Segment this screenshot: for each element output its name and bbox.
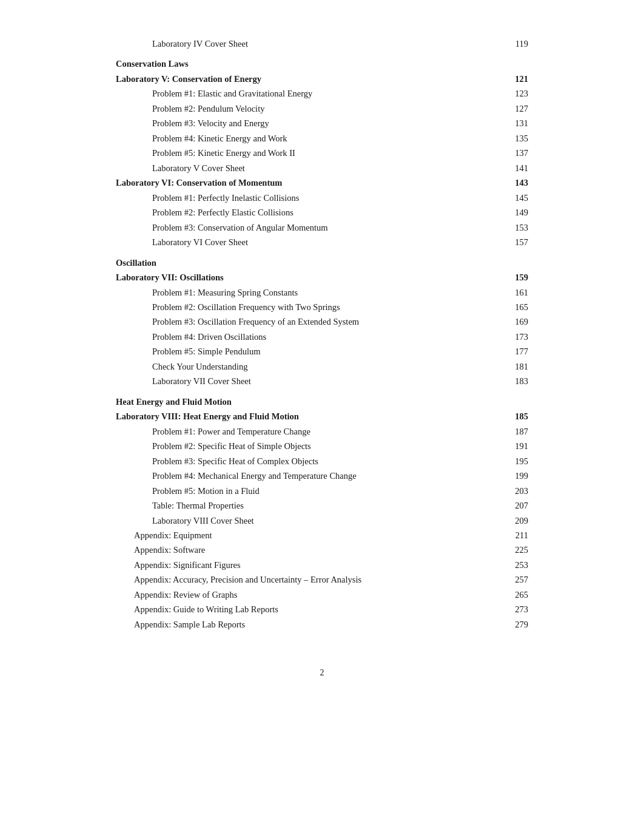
toc-entry-text: Laboratory VIII Cover Sheet [116, 513, 504, 528]
toc-row: Appendix: Guide to Writing Lab Reports27… [116, 602, 528, 617]
toc-entry-text: Problem #4: Driven Oscillations [116, 330, 504, 344]
toc-entry-text: Laboratory V Cover Sheet [116, 161, 504, 175]
toc-entry-text: Laboratory VII Cover Sheet [116, 374, 504, 388]
toc-entry-text: Problem #5: Kinetic Energy and Work II [116, 146, 504, 160]
toc-table: Laboratory IV Cover Sheet119Conservation… [116, 36, 528, 632]
toc-entry-page: 153 [504, 220, 528, 235]
toc-entry-text: Problem #5: Simple Pendulum [116, 344, 504, 359]
toc-row: Laboratory IV Cover Sheet119 [116, 36, 528, 51]
toc-entry-page: 141 [504, 161, 528, 175]
toc-entry-page: 199 [504, 468, 528, 483]
toc-entry-text: Problem #2: Pendulum Velocity [116, 101, 504, 116]
toc-entry-page: 131 [504, 116, 528, 130]
toc-entry-text: Problem #3: Conservation of Angular Mome… [116, 220, 504, 235]
toc-entry-page: 169 [504, 314, 528, 329]
toc-row: Problem #5: Simple Pendulum177 [116, 344, 528, 359]
toc-entry-page [504, 389, 528, 409]
toc-entry-text: Laboratory VII: Oscillations [116, 270, 504, 285]
toc-entry-text: Problem #1: Measuring Spring Constants [116, 285, 504, 300]
toc-entry-text: Appendix: Equipment [116, 528, 504, 543]
toc-entry-page [504, 250, 528, 270]
toc-entry-page: 257 [504, 572, 528, 587]
toc-entry-page: 191 [504, 439, 528, 453]
toc-entry-text: Conservation Laws [116, 51, 504, 71]
toc-row: Problem #5: Kinetic Energy and Work II13… [116, 146, 528, 160]
toc-entry-page: 279 [504, 617, 528, 632]
toc-entry-page: 253 [504, 558, 528, 572]
toc-entry-text: Laboratory VI Cover Sheet [116, 235, 504, 249]
toc-entry-text: Appendix: Significant Figures [116, 558, 504, 572]
toc-row: Oscillation [116, 250, 528, 270]
toc-row: Appendix: Accuracy, Precision and Uncert… [116, 572, 528, 587]
toc-row: Laboratory VIII Cover Sheet209 [116, 513, 528, 528]
toc-entry-text: Problem #1: Power and Temperature Change [116, 424, 504, 439]
toc-row: Problem #4: Driven Oscillations173 [116, 330, 528, 344]
toc-entry-text: Problem #3: Velocity and Energy [116, 116, 504, 130]
toc-row: Problem #2: Perfectly Elastic Collisions… [116, 205, 528, 220]
page-number: 2 [116, 668, 528, 678]
toc-entry-page: 161 [504, 285, 528, 300]
toc-entry-text: Problem #2: Perfectly Elastic Collisions [116, 205, 504, 220]
toc-row: Laboratory V Cover Sheet141 [116, 161, 528, 175]
toc-entry-page: 209 [504, 513, 528, 528]
toc-entry-page: 123 [504, 86, 528, 101]
toc-row: Laboratory VI: Conservation of Momentum1… [116, 175, 528, 190]
toc-entry-text: Laboratory VIII: Heat Energy and Fluid M… [116, 409, 504, 424]
toc-entry-page: 181 [504, 359, 528, 374]
toc-row: Problem #3: Conservation of Angular Mome… [116, 220, 528, 235]
toc-entry-text: Check Your Understanding [116, 359, 504, 374]
toc-row: Problem #2: Specific Heat of Simple Obje… [116, 439, 528, 453]
toc-entry-page: 207 [504, 498, 528, 513]
toc-row: Appendix: Significant Figures253 [116, 558, 528, 572]
toc-entry-text: Problem #4: Kinetic Energy and Work [116, 131, 504, 146]
toc-entry-page: 273 [504, 602, 528, 617]
toc-entry-text: Laboratory IV Cover Sheet [116, 36, 504, 51]
toc-entry-page: 143 [504, 175, 528, 190]
toc-row: Problem #3: Specific Heat of Complex Obj… [116, 454, 528, 468]
toc-row: Appendix: Equipment211 [116, 528, 528, 543]
toc-row: Problem #5: Motion in a Fluid203 [116, 484, 528, 498]
toc-row: Problem #2: Oscillation Frequency with T… [116, 300, 528, 314]
toc-row: Laboratory VI Cover Sheet157 [116, 235, 528, 249]
toc-entry-page: 177 [504, 344, 528, 359]
toc-row: Problem #4: Kinetic Energy and Work135 [116, 131, 528, 146]
toc-entry-text: Appendix: Accuracy, Precision and Uncert… [116, 572, 504, 587]
toc-entry-text: Appendix: Review of Graphs [116, 587, 504, 602]
toc-entry-text: Problem #5: Motion in a Fluid [116, 484, 504, 498]
toc-row: Heat Energy and Fluid Motion [116, 389, 528, 409]
toc-entry-page: 265 [504, 587, 528, 602]
toc-row: Problem #1: Elastic and Gravitational En… [116, 86, 528, 101]
toc-entry-text: Table: Thermal Properties [116, 498, 504, 513]
toc-entry-text: Heat Energy and Fluid Motion [116, 389, 504, 409]
toc-entry-page: 119 [504, 36, 528, 51]
toc-entry-text: Laboratory VI: Conservation of Momentum [116, 175, 504, 190]
toc-row: Laboratory VII: Oscillations159 [116, 270, 528, 285]
toc-entry-page: 203 [504, 484, 528, 498]
toc-row: Problem #3: Oscillation Frequency of an … [116, 314, 528, 329]
toc-row: Appendix: Review of Graphs265 [116, 587, 528, 602]
toc-entry-page: 135 [504, 131, 528, 146]
toc-entry-page: 145 [504, 191, 528, 205]
toc-entry-page: 185 [504, 409, 528, 424]
toc-row: Problem #3: Velocity and Energy131 [116, 116, 528, 130]
toc-entry-text: Problem #3: Specific Heat of Complex Obj… [116, 454, 504, 468]
toc-entry-page: 183 [504, 374, 528, 388]
toc-row: Problem #1: Perfectly Inelastic Collisio… [116, 191, 528, 205]
toc-entry-page: 157 [504, 235, 528, 249]
toc-row: Appendix: Software225 [116, 543, 528, 557]
toc-entry-page [504, 51, 528, 71]
toc-entry-page: 187 [504, 424, 528, 439]
toc-row: Problem #1: Measuring Spring Constants16… [116, 285, 528, 300]
toc-entry-page: 159 [504, 270, 528, 285]
toc-row: Laboratory V: Conservation of Energy121 [116, 72, 528, 86]
toc-row: Conservation Laws [116, 51, 528, 71]
toc-entry-text: Problem #1: Elastic and Gravitational En… [116, 86, 504, 101]
toc-entry-text: Problem #3: Oscillation Frequency of an … [116, 314, 504, 329]
toc-entry-text: Problem #1: Perfectly Inelastic Collisio… [116, 191, 504, 205]
toc-entry-text: Appendix: Sample Lab Reports [116, 617, 504, 632]
toc-row: Problem #2: Pendulum Velocity127 [116, 101, 528, 116]
toc-entry-page: 225 [504, 543, 528, 557]
toc-entry-page: 121 [504, 72, 528, 86]
toc-entry-text: Problem #4: Mechanical Energy and Temper… [116, 468, 504, 483]
toc-entry-text: Laboratory V: Conservation of Energy [116, 72, 504, 86]
